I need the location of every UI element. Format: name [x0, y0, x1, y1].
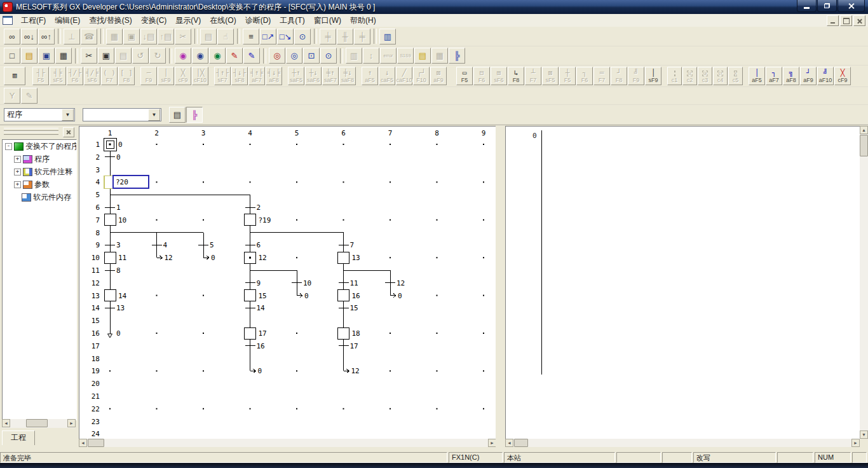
data-write-button[interactable]: ↓▤ — [140, 29, 157, 45]
neg-rising-pulse-button[interactable]: ┼↑saF5 — [288, 67, 304, 85]
step-execution-button[interactable]: ╪ — [320, 29, 336, 45]
instruction-list-button[interactable]: ▤ — [414, 48, 431, 64]
error-jump-button[interactable]: error — [380, 48, 397, 64]
delete-horizontal-line-button[interactable]: ╳cF9 — [175, 67, 191, 85]
open-contact-button[interactable]: ┤├F5 — [32, 67, 49, 85]
sfc-comment-button[interactable]: c1 — [667, 67, 682, 85]
mdi-restore-button[interactable] — [840, 15, 852, 26]
menu-诊断[interactable]: 诊断(D) — [241, 14, 276, 27]
menu-查找/替换[interactable]: 查找/替换(S) — [85, 14, 136, 27]
partial-execution-button[interactable]: ╪ — [354, 29, 370, 45]
tree-expander[interactable]: + — [14, 169, 21, 176]
print-button[interactable]: ▦ — [55, 48, 72, 64]
chevron-down-icon[interactable]: ▼ — [62, 109, 74, 121]
falling-pulse-button[interactable]: ┤↓├sF8 — [231, 67, 248, 85]
tree-h-scrollbar[interactable]: ◄ ► — [2, 419, 76, 428]
sfc-step-button[interactable]: ▭F5 — [456, 67, 473, 85]
branch-line-button[interactable]: ┌┘F10 — [413, 67, 430, 85]
program-transfer-button[interactable]: ↕ — [363, 48, 379, 64]
redo-button[interactable]: ↻ — [149, 48, 166, 64]
mdi-close-button[interactable] — [853, 15, 865, 26]
sfc-draw-selection-branch-button[interactable]: ┐aF7 — [766, 67, 782, 85]
sfc-transition-button[interactable]: ┼F5 — [559, 67, 576, 85]
sfc-sc-attribute-button[interactable]: SCc2 — [682, 67, 697, 85]
invert-operation-result-button[interactable]: ╱caF10 — [396, 67, 412, 85]
menu-窗口[interactable]: 窗口(W) — [309, 14, 346, 27]
zoom-source-window-button[interactable]: ▤ — [169, 107, 186, 123]
open-contact-branch-button[interactable]: ╡╞sF5 — [50, 67, 66, 85]
ladder-zoom-pane[interactable]: 0 — [505, 126, 860, 439]
monitor-condition-button[interactable]: ⊙ — [320, 48, 337, 64]
tree-item-comment[interactable]: +软元件注释 — [3, 165, 76, 178]
minimize-button[interactable] — [797, 0, 817, 12]
contact-coil-list-button[interactable]: ☎ — [81, 29, 97, 45]
menu-显示[interactable]: 显示(V) — [171, 14, 205, 27]
device-monitor-button[interactable]: ◉ — [192, 48, 208, 64]
find-device-button[interactable]: ∞ — [4, 29, 20, 45]
falling-pulse-branch-button[interactable]: ╡↓╞aF8 — [266, 67, 282, 85]
copy-data-button[interactable]: ▣ — [123, 29, 140, 45]
zoom-ladder-button[interactable]: ⊡ — [303, 48, 320, 64]
new-project-button[interactable]: □ — [4, 48, 20, 64]
sfc-st-attribute-button[interactable]: STc4 — [713, 67, 728, 85]
coil-button[interactable]: ( )F7 — [101, 67, 118, 85]
horizontal-line-button[interactable]: ─F9 — [140, 67, 157, 85]
paste-button[interactable]: ▤ — [115, 48, 132, 64]
device-memory-window-button[interactable]: ▥ — [379, 29, 396, 45]
closed-contact-branch-button[interactable]: ╡/╞sF6 — [84, 67, 100, 85]
tree-item-memory[interactable]: 软元件内存 — [3, 191, 76, 203]
sfc-h-scroll-thumb[interactable] — [88, 439, 104, 447]
block-select-combo[interactable]: ▼ — [83, 108, 161, 121]
pane-splitter[interactable] — [496, 125, 505, 452]
mdi-minimize-button[interactable] — [827, 15, 839, 26]
sfc-h-scrollbar[interactable]: ◄ ► — [79, 439, 496, 447]
sfc-dummy-step-button[interactable]: ⊠sF5 — [542, 67, 559, 85]
ladder-display-button[interactable]: ≡ — [243, 29, 259, 45]
data-verify-button[interactable]: ✂ — [175, 29, 191, 45]
sfc-editor-canvas[interactable]: 1234567891234567891011121314151617181920… — [79, 126, 496, 439]
menu-工具[interactable]: 工具(T) — [275, 14, 309, 27]
sfc-block-step-button[interactable]: ⊟F6 — [473, 67, 490, 85]
rising-pulse-branch-button[interactable]: ╡↑╞aF7 — [248, 67, 265, 85]
monitor-stop-button[interactable]: ◎ — [286, 48, 302, 64]
read-mode-button[interactable]: ✎ — [226, 48, 243, 64]
menu-工程[interactable]: 工程(F) — [17, 14, 50, 27]
neg-falling-pulse-branch-button[interactable]: ╪↓saF8 — [339, 67, 356, 85]
data-paste-button[interactable]: ▤ — [200, 29, 217, 45]
chevron-down-icon[interactable]: ▼ — [148, 109, 160, 121]
sfc-draw-parallel-join-button[interactable]: ╝aF10 — [817, 67, 834, 85]
sfc-comment-edit-button[interactable]: ✎ — [21, 88, 37, 104]
sfc-r-attribute-button[interactable]: Rc5 — [728, 67, 743, 85]
restore-button[interactable] — [817, 0, 837, 12]
data-read-button[interactable]: ↑▤ — [158, 29, 174, 45]
tree-expander[interactable]: - — [5, 143, 12, 150]
tree-expander[interactable]: + — [14, 156, 21, 163]
find-device-prev-button[interactable]: ∞↑ — [38, 29, 55, 45]
sfc-parallel-branch-button[interactable]: ═F7 — [593, 67, 610, 85]
sfc-tree-display-button[interactable]: ╠ — [449, 48, 465, 64]
skip-execution-button[interactable]: ╫ — [337, 29, 353, 45]
all-device-display-button[interactable]: ▦ — [431, 48, 448, 64]
vertical-line-button[interactable]: │sF9 — [158, 67, 174, 85]
tree-panel-close-button[interactable] — [63, 127, 74, 137]
menu-编辑[interactable]: 编辑(E) — [50, 14, 85, 27]
ladder-h-scrollbar[interactable]: ◄ ► — [505, 439, 860, 447]
sfc-delete-line-button[interactable]: ╳cF9 — [834, 67, 851, 85]
copy-button[interactable]: ▣ — [98, 48, 114, 64]
panel-grip[interactable] — [4, 132, 58, 135]
cross-reference-button[interactable]: ⊥ — [64, 29, 80, 45]
write-mode-button[interactable]: ✎ — [243, 48, 260, 64]
find-device-next-button[interactable]: ∞↓ — [21, 29, 37, 45]
application-instruction-button[interactable]: [ ]F8 — [118, 67, 135, 85]
sfc-selection-join-button[interactable]: ┘F8 — [611, 67, 627, 85]
closed-contact-button[interactable]: ┤/├F6 — [67, 67, 83, 85]
invert-down-button[interactable]: ↓caF5 — [379, 67, 395, 85]
save-project-button[interactable]: ▣ — [38, 48, 55, 64]
tree-item-project[interactable]: -变换不了的程序 — [3, 140, 76, 153]
sfc-selection-branch-button[interactable]: ┐F6 — [576, 67, 593, 85]
open-project-button[interactable]: ▤ — [21, 48, 37, 64]
tree-h-scroll-thumb[interactable] — [26, 419, 48, 427]
invert-up-button[interactable]: ↑aF5 — [362, 67, 378, 85]
step-no-sort-button[interactable]: S1S9 — [397, 48, 414, 64]
sfc-parallel-join-button[interactable]: ╝F9 — [628, 67, 644, 85]
